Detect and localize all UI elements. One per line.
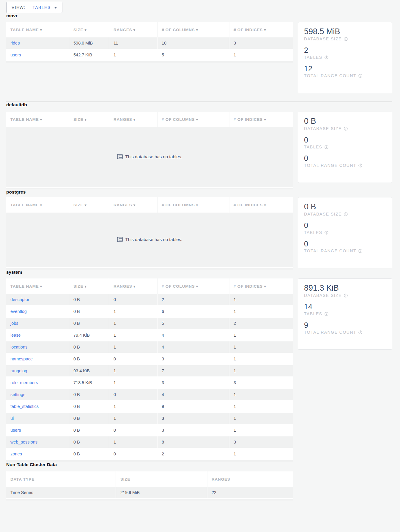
column-header-size[interactable]: SIZE▼ — [69, 112, 109, 127]
table-link[interactable]: eventlog — [10, 309, 27, 314]
info-icon[interactable] — [358, 164, 362, 167]
columns-cell: 9 — [158, 401, 229, 413]
table-link[interactable]: rides — [10, 41, 20, 45]
database-section-system: TABLE NAME▼ SIZE▼ RANGES▼ # OF COLUMNS▼ … — [6, 278, 392, 462]
column-header-ranges[interactable]: RANGES▼ — [109, 278, 158, 294]
column-header-table-name[interactable]: TABLE NAME▼ — [6, 278, 69, 294]
sort-descending-icon: ▼ — [263, 28, 267, 32]
info-icon[interactable] — [358, 330, 362, 334]
column-header-ranges[interactable]: RANGES▼ — [109, 197, 158, 213]
size-cell: 0 B — [69, 389, 109, 401]
table-link[interactable]: descriptor — [10, 297, 29, 302]
indices-cell: 3 — [229, 377, 293, 389]
tables-count-label: TABLES — [304, 145, 322, 149]
table-row: descriptor 0 B 0 2 1 — [6, 294, 293, 306]
size-cell: 0 B — [69, 306, 109, 318]
table-header-row: TABLE NAME▼ SIZE▼ RANGES▼ # OF COLUMNS▼ … — [6, 197, 293, 213]
range-count-value: 0 — [304, 154, 386, 163]
view-dropdown-value: TABLES — [32, 5, 51, 10]
info-icon[interactable] — [325, 145, 328, 149]
sort-descending-icon: ▼ — [196, 118, 199, 121]
column-header-columns[interactable]: # OF COLUMNS▼ — [158, 197, 229, 213]
table-link[interactable]: namespace — [10, 357, 33, 361]
table-row: Time Series 219.9 MiB 22 — [6, 487, 293, 499]
databases-page: VIEW:TABLES movr TABLE NAME▼ SIZE▼ RANGE… — [0, 0, 400, 501]
tables-count-value: 14 — [304, 302, 386, 311]
tables-count-value: 2 — [304, 46, 386, 55]
tables-table-system: TABLE NAME▼ SIZE▼ RANGES▼ # OF COLUMNS▼ … — [6, 278, 293, 462]
view-dropdown-button[interactable]: VIEW:TABLES — [6, 2, 62, 13]
database-size-value: 0 B — [304, 202, 386, 211]
column-header-ranges: RANGES — [207, 471, 293, 487]
info-icon[interactable] — [344, 37, 348, 41]
ranges-cell: 0 — [109, 425, 158, 436]
column-header-size: SIZE — [116, 471, 207, 487]
table-link[interactable]: users — [10, 428, 21, 433]
table-row: ui 0 B 1 3 1 — [6, 413, 293, 425]
table-link[interactable]: ui — [10, 416, 14, 421]
column-header-indices[interactable]: # OF INDICES▼ — [229, 278, 293, 294]
table-link[interactable]: table_statistics — [10, 404, 39, 409]
column-header-table-name[interactable]: TABLE NAME▼ — [6, 197, 69, 213]
column-header-columns[interactable]: # OF COLUMNS▼ — [158, 278, 229, 294]
ranges-cell: 11 — [109, 37, 158, 49]
column-header-indices[interactable]: # OF INDICES▼ — [229, 197, 293, 213]
table-link[interactable]: locations — [10, 345, 27, 349]
table-link[interactable]: settings — [10, 392, 25, 397]
column-header-size[interactable]: SIZE▼ — [69, 278, 109, 294]
empty-table-message: This database has no tables. — [117, 154, 182, 159]
indices-cell: 3 — [229, 436, 293, 448]
info-icon[interactable] — [358, 74, 362, 78]
range-count-stat: 9 TOTAL RANGE COUNT — [304, 321, 386, 335]
database-heading-postgres: postgres — [6, 189, 392, 195]
info-icon[interactable] — [358, 249, 362, 253]
table-link[interactable]: jobs — [10, 321, 18, 326]
columns-cell: 3 — [158, 377, 229, 389]
table-link[interactable]: zones — [10, 452, 22, 456]
sort-descending-icon: ▼ — [196, 28, 199, 32]
database-size-label: DATABASE SIZE — [304, 37, 342, 41]
database-size-label: DATABASE SIZE — [304, 293, 342, 298]
database-summary-panel-postgres: 0 B DATABASE SIZE 0 TABLES 0 TOTAL RANGE… — [298, 197, 392, 268]
sort-descending-icon: ▼ — [263, 118, 267, 121]
info-icon[interactable] — [325, 56, 328, 59]
column-header-ranges[interactable]: RANGES▼ — [109, 22, 158, 37]
database-summary-panel-defaultdb: 0 B DATABASE SIZE 0 TABLES 0 TOTAL RANGE… — [298, 112, 392, 183]
info-icon[interactable] — [325, 231, 328, 235]
column-header-columns[interactable]: # OF COLUMNS▼ — [158, 112, 229, 127]
table-link[interactable]: role_members — [10, 380, 38, 385]
table-header-row: TABLE NAME▼ SIZE▼ RANGES▼ # OF COLUMNS▼ … — [6, 112, 293, 127]
database-summary-panel-movr: 598.5 MiB DATABASE SIZE 2 TABLES 12 TOTA… — [298, 22, 392, 93]
columns-cell: 4 — [158, 341, 229, 353]
info-icon[interactable] — [344, 294, 348, 297]
columns-cell: 2 — [158, 448, 229, 460]
table-link[interactable]: rangelog — [10, 368, 27, 373]
info-icon[interactable] — [325, 312, 328, 316]
columns-cell: 8 — [158, 436, 229, 448]
size-cell: 0 B — [69, 341, 109, 353]
info-icon[interactable] — [344, 127, 348, 131]
info-icon[interactable] — [344, 212, 348, 216]
chevron-down-icon — [54, 7, 57, 9]
ranges-cell: 1 — [109, 377, 158, 389]
column-header-indices[interactable]: # OF INDICES▼ — [229, 22, 293, 37]
column-header-table-name[interactable]: TABLE NAME▼ — [6, 112, 69, 127]
table-row: table_statistics 0 B 1 9 1 — [6, 401, 293, 413]
table-link[interactable]: web_sessions — [10, 440, 37, 444]
tables-count-label: TABLES — [304, 55, 322, 60]
database-size-stat: 891.3 KiB DATABASE SIZE — [304, 283, 386, 298]
column-header-size[interactable]: SIZE▼ — [69, 22, 109, 37]
column-header-size[interactable]: SIZE▼ — [69, 197, 109, 213]
tables-stat: 14 TABLES — [304, 302, 386, 316]
table-link[interactable]: users — [10, 53, 21, 57]
table-link[interactable]: lease — [10, 333, 21, 338]
sort-descending-icon: ▼ — [40, 118, 43, 121]
column-header-columns[interactable]: # OF COLUMNS▼ — [158, 22, 229, 37]
database-size-stat: 0 B DATABASE SIZE — [304, 116, 386, 131]
sort-descending-icon: ▼ — [40, 203, 43, 207]
indices-cell: 1 — [229, 365, 293, 377]
range-count-value: 9 — [304, 321, 386, 330]
column-header-table-name[interactable]: TABLE NAME▼ — [6, 22, 69, 37]
column-header-indices[interactable]: # OF INDICES▼ — [229, 112, 293, 127]
column-header-ranges[interactable]: RANGES▼ — [109, 112, 158, 127]
